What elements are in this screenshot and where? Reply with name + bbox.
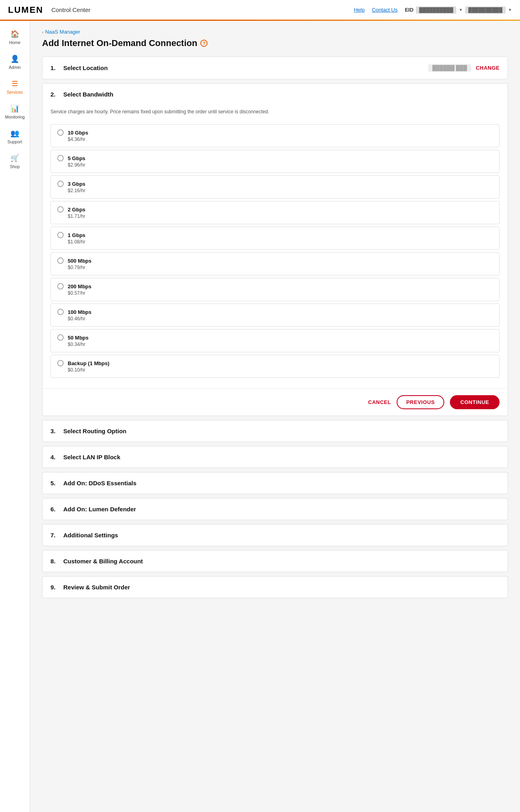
bandwidth-option-9[interactable]: Backup (1 Mbps) $0.10/hr bbox=[50, 355, 500, 378]
step-3-card: 3. Select Routing Option bbox=[42, 420, 508, 442]
location-value: ██████ ███ bbox=[428, 64, 471, 72]
bandwidth-option-4[interactable]: 1 Gbps $1.08/hr bbox=[50, 227, 500, 250]
eid-value: ██████████ bbox=[416, 6, 456, 14]
eid-dropdown-icon[interactable]: ▼ bbox=[459, 8, 463, 12]
bandwidth-option-3[interactable]: 2 Gbps $1.71/hr bbox=[50, 201, 500, 224]
radio-9 bbox=[57, 360, 64, 366]
bandwidth-option-1[interactable]: 5 Gbps $2.96/hr bbox=[50, 150, 500, 173]
sidebar-label-monitoring: Monitoring bbox=[5, 115, 24, 119]
user-dropdown-icon[interactable]: ▼ bbox=[508, 8, 512, 12]
bandwidth-price-9: $0.10/hr bbox=[68, 367, 493, 373]
radio-2 bbox=[57, 181, 64, 187]
step-4-card: 4. Select LAN IP Block bbox=[42, 446, 508, 468]
header-right: Help Contact Us EID ██████████ ▼ ███████… bbox=[354, 6, 512, 14]
sidebar-label-shop: Shop bbox=[10, 164, 20, 169]
help-circle-icon[interactable]: ? bbox=[200, 40, 208, 47]
bandwidth-option-5[interactable]: 500 Mbps $0.79/hr bbox=[50, 252, 500, 275]
change-button[interactable]: CHANGE bbox=[476, 65, 500, 71]
radio-0 bbox=[57, 129, 64, 136]
bandwidth-option-6[interactable]: 200 Mbps $0.57/hr bbox=[50, 278, 500, 301]
continue-button[interactable]: CONTINUE bbox=[450, 395, 500, 409]
step-9-title: Review & Submit Order bbox=[63, 584, 500, 591]
sidebar-item-services[interactable]: ☰ Services bbox=[0, 74, 30, 99]
bandwidth-option-7[interactable]: 100 Mbps $0.46/hr bbox=[50, 303, 500, 327]
step-5-number: 5. bbox=[50, 480, 58, 486]
bandwidth-price-2: $2.16/hr bbox=[68, 188, 493, 193]
breadcrumb-parent[interactable]: NaaS Manager bbox=[45, 29, 80, 35]
step-3-title: Select Routing Option bbox=[63, 428, 500, 434]
step-2-number: 2. bbox=[50, 91, 58, 98]
monitoring-icon: 📊 bbox=[10, 104, 19, 113]
step-5-header[interactable]: 5. Add On: DDoS Essentials bbox=[42, 472, 508, 494]
radio-4 bbox=[57, 232, 64, 238]
bandwidth-option-8[interactable]: 50 Mbps $0.34/hr bbox=[50, 329, 500, 352]
bandwidth-name-2: 3 Gbps bbox=[68, 181, 85, 187]
help-link[interactable]: Help bbox=[354, 7, 365, 13]
radio-8 bbox=[57, 334, 64, 341]
step-7-header[interactable]: 7. Additional Settings bbox=[42, 525, 508, 546]
sidebar-item-home[interactable]: 🏠 Home bbox=[0, 25, 30, 50]
cancel-button[interactable]: CANCEL bbox=[368, 399, 391, 405]
step-2-card: 2. Select Bandwidth Service charges are … bbox=[42, 83, 508, 416]
step-2-title: Select Bandwidth bbox=[63, 91, 500, 98]
sidebar-label-services: Services bbox=[7, 90, 23, 94]
sidebar-item-monitoring[interactable]: 📊 Monitoring bbox=[0, 99, 30, 124]
app-title: Control Center bbox=[51, 6, 91, 13]
user-value: ██████████ bbox=[465, 6, 506, 14]
action-row: CANCEL PREVIOUS CONTINUE bbox=[42, 388, 508, 416]
support-icon: 👥 bbox=[10, 129, 19, 138]
bandwidth-option-0[interactable]: 10 Gbps $4.36/hr bbox=[50, 124, 500, 147]
step-7-number: 7. bbox=[50, 532, 58, 539]
step-3-header[interactable]: 3. Select Routing Option bbox=[42, 420, 508, 442]
bandwidth-name-3: 2 Gbps bbox=[68, 207, 85, 213]
bandwidth-price-4: $1.08/hr bbox=[68, 239, 493, 245]
bandwidth-name-9: Backup (1 Mbps) bbox=[68, 360, 109, 366]
sidebar-item-support[interactable]: 👥 Support bbox=[0, 124, 30, 149]
step-8-header[interactable]: 8. Customer & Billing Account bbox=[42, 551, 508, 572]
main-content: ‹ NaaS Manager Add Internet On-Demand Co… bbox=[30, 21, 520, 812]
bandwidth-price-3: $1.71/hr bbox=[68, 213, 493, 219]
step-6-number: 6. bbox=[50, 506, 58, 513]
sidebar-item-shop[interactable]: 🛒 Shop bbox=[0, 149, 30, 174]
sidebar-label-admin: Admin bbox=[9, 65, 21, 70]
step-4-title: Select LAN IP Block bbox=[63, 454, 500, 460]
bandwidth-body: Service charges are hourly. Price remain… bbox=[42, 105, 508, 388]
step-1-number: 1. bbox=[50, 64, 58, 71]
contact-link[interactable]: Contact Us bbox=[372, 7, 397, 13]
bandwidth-option-2[interactable]: 3 Gbps $2.16/hr bbox=[50, 175, 500, 199]
step-1-header: 1. Select Location ██████ ███ CHANGE bbox=[42, 57, 508, 79]
step-9-number: 9. bbox=[50, 584, 58, 591]
step-3-number: 3. bbox=[50, 428, 58, 434]
sidebar-item-admin[interactable]: 👤 Admin bbox=[0, 50, 30, 74]
radio-1 bbox=[57, 155, 64, 161]
logo: LUMEN bbox=[8, 5, 43, 15]
bandwidth-options-list: 10 Gbps $4.36/hr 5 Gbps $2.96/hr 3 Gbps … bbox=[50, 124, 500, 380]
step-4-header[interactable]: 4. Select LAN IP Block bbox=[42, 446, 508, 468]
step-1-title: Select Location bbox=[63, 64, 423, 71]
radio-3 bbox=[57, 206, 64, 213]
bandwidth-price-5: $0.79/hr bbox=[68, 265, 493, 270]
step-2-header: 2. Select Bandwidth bbox=[42, 84, 508, 105]
step-9-header[interactable]: 9. Review & Submit Order bbox=[42, 577, 508, 598]
bandwidth-name-1: 5 Gbps bbox=[68, 155, 85, 161]
bandwidth-name-6: 200 Mbps bbox=[68, 283, 91, 289]
home-icon: 🏠 bbox=[10, 30, 19, 38]
bandwidth-name-0: 10 Gbps bbox=[68, 130, 88, 136]
bandwidth-name-5: 500 Mbps bbox=[68, 258, 91, 264]
previous-button[interactable]: PREVIOUS bbox=[397, 395, 444, 409]
radio-5 bbox=[57, 257, 64, 264]
page-title-text: Add Internet On-Demand Connection bbox=[42, 38, 197, 48]
services-icon: ☰ bbox=[12, 79, 18, 88]
radio-6 bbox=[57, 283, 64, 289]
step-7-title: Additional Settings bbox=[63, 532, 500, 539]
step-6-header[interactable]: 6. Add On: Lumen Defender bbox=[42, 498, 508, 520]
step-6-card: 6. Add On: Lumen Defender bbox=[42, 498, 508, 520]
shop-icon: 🛒 bbox=[10, 154, 19, 163]
sidebar: 🏠 Home 👤 Admin ☰ Services 📊 Monitoring 👥… bbox=[0, 21, 30, 812]
sidebar-label-support: Support bbox=[8, 139, 22, 144]
eid-section: EID ██████████ ▼ ██████████ ▼ bbox=[405, 6, 512, 14]
admin-icon: 👤 bbox=[10, 54, 19, 63]
bandwidth-name-4: 1 Gbps bbox=[68, 232, 85, 238]
step-9-card: 9. Review & Submit Order bbox=[42, 576, 508, 598]
step-8-card: 8. Customer & Billing Account bbox=[42, 550, 508, 572]
